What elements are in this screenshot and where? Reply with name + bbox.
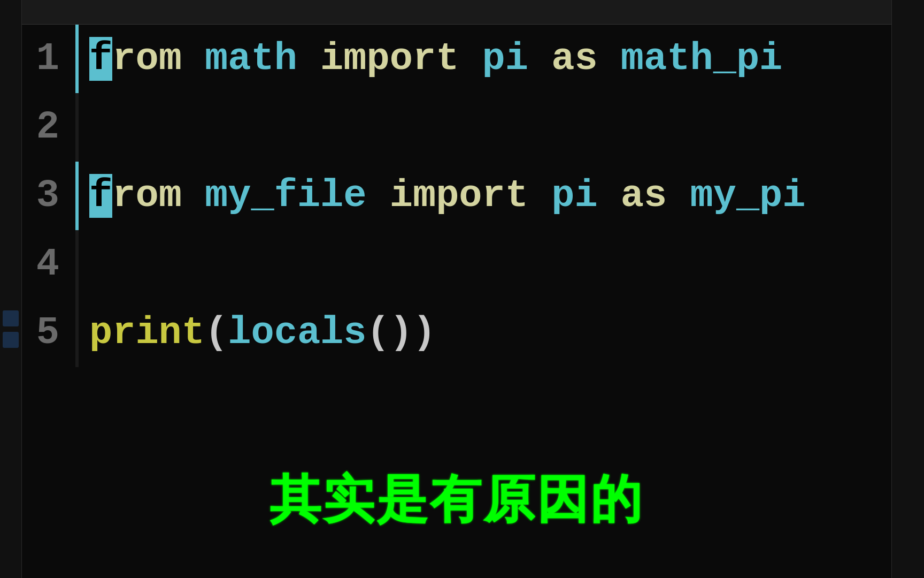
line-content-1: from math import pi as math_pi [79,37,782,81]
sidebar-right [892,0,924,578]
line-gutter-2 [75,93,79,162]
space [528,174,551,218]
space [528,37,551,81]
line-number-4: 4 [22,242,75,286]
fn-locals: locals [228,311,366,355]
space [367,174,390,218]
screen: 1 from math import pi as math_pi 2 3 fro… [0,0,924,578]
space [182,174,205,218]
mod-math-pi: math_pi [621,37,782,81]
space [297,37,320,81]
line-number-1: 1 [22,37,75,81]
paren-close: ) [413,311,436,355]
space [598,37,621,81]
code-container: 1 from math import pi as math_pi 2 3 fro… [22,25,891,367]
kw-import-1: import [320,37,459,81]
char-f-1: f [89,37,112,81]
code-line-2: 2 [22,93,891,162]
char-f-3: f [89,174,112,218]
fn-print: print [89,311,205,355]
line-number-5: 5 [22,311,75,355]
mod-pi-1: pi [482,37,528,81]
kw-from-3: rom [112,174,182,218]
editor-area: 1 from math import pi as math_pi 2 3 fro… [21,0,892,578]
subtitle-text: 其实是有原因的 [270,466,644,535]
space [598,174,621,218]
paren-locals: () [367,311,413,355]
subtitle-area: 其实是有原因的 [22,466,891,535]
kw-import-3: import [390,174,528,218]
line-gutter-4 [75,230,79,299]
editor-top-border [22,0,891,25]
sidebar-icon-2 [3,332,19,348]
code-line-4: 4 [22,230,891,299]
space [459,37,482,81]
line-content-5: print(locals()) [79,311,436,355]
mod-pi-3: pi [551,174,597,218]
line-number-2: 2 [22,105,75,149]
mod-myfile: my_file [205,174,366,218]
space [182,37,205,81]
mod-math: math [205,37,297,81]
kw-from-1: rom [112,37,182,81]
kw-as-1: as [551,37,597,81]
sidebar-left [0,0,21,578]
code-line-1: 1 from math import pi as math_pi [22,25,891,93]
paren-open: ( [205,311,228,355]
sidebar-icon-1 [3,310,19,326]
space [667,174,690,218]
mod-my-pi: my_pi [690,174,805,218]
kw-as-3: as [621,174,667,218]
line-content-3: from my_file import pi as my_pi [79,174,806,218]
code-line-3: 3 from my_file import pi as my_pi [22,162,891,230]
line-number-3: 3 [22,174,75,218]
code-line-5: 5 print(locals()) [22,299,891,367]
